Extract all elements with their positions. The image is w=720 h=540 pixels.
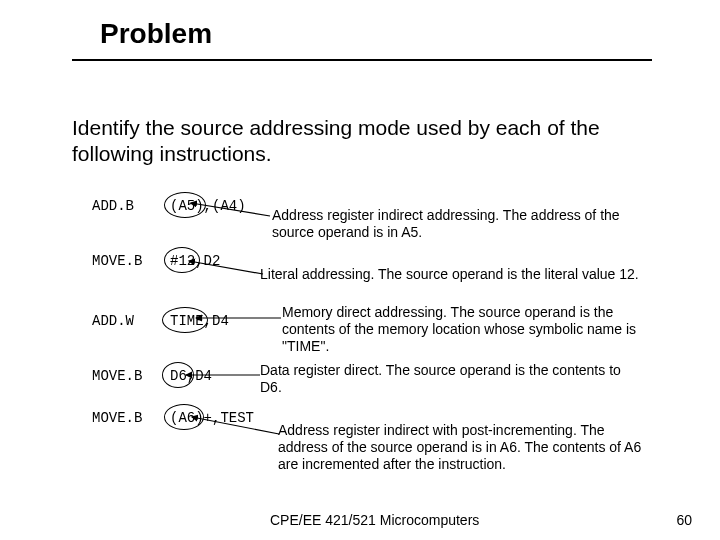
operands: TIME,D4 — [170, 313, 229, 329]
explanation-text: Data register direct. The source operand… — [260, 362, 640, 396]
title-underline — [72, 59, 652, 61]
footer-course: CPE/EE 421/521 Microcomputers — [270, 512, 479, 528]
explanation-text: Memory direct addressing. The source ope… — [282, 304, 652, 354]
opcode: MOVE.B — [92, 410, 170, 426]
opcode: MOVE.B — [92, 253, 170, 269]
opcode: MOVE.B — [92, 368, 170, 384]
slide-title: Problem — [100, 18, 212, 50]
operands: D6,D4 — [170, 368, 212, 384]
operands: (A6)+,TEST — [170, 410, 254, 426]
explanation-text: Address register indirect with post-incr… — [278, 422, 658, 472]
intro-text: Identify the source addressing mode used… — [72, 115, 672, 168]
operands: #12,D2 — [170, 253, 220, 269]
instruction-row: MOVE.B D6,D4 — [92, 362, 212, 390]
opcode: ADD.B — [92, 198, 170, 214]
explanation-text: Literal addressing. The source operand i… — [260, 266, 640, 283]
opcode: ADD.W — [92, 313, 170, 329]
slide: Problem Identify the source addressing m… — [0, 0, 720, 540]
operands: (A5),(A4) — [170, 198, 246, 214]
footer-page-number: 60 — [676, 512, 692, 528]
explanation-text: Address register indirect addressing. Th… — [272, 207, 652, 241]
